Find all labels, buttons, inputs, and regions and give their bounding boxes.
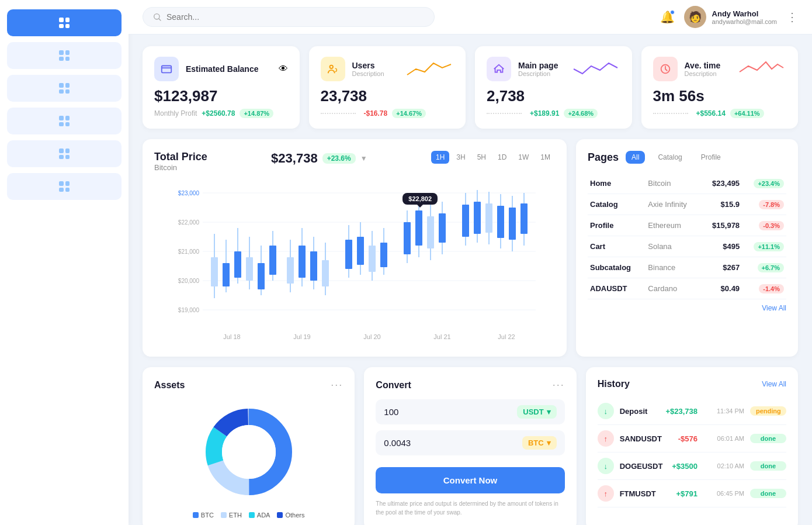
- sidebar: [0, 0, 129, 525]
- search-icon: [152, 12, 162, 22]
- dashboard-icon: [59, 18, 70, 28]
- page-currency: Ethereum: [646, 215, 701, 236]
- convert-input-1[interactable]: [384, 407, 512, 417]
- page-change: -0.3%: [742, 215, 786, 236]
- legend-dot: [277, 512, 283, 518]
- search-box[interactable]: [143, 7, 435, 27]
- header: 🔔 🧑 Andy Warhol andywarhol@mail.com ⋮: [129, 0, 812, 34]
- time-filter-1d[interactable]: 1D: [493, 151, 511, 164]
- convert-input-2[interactable]: [384, 438, 518, 448]
- svg-rect-32: [310, 251, 317, 281]
- page-change: -7.8%: [742, 194, 786, 215]
- page-value: $23,495: [701, 173, 742, 194]
- page-value: $267: [701, 257, 742, 278]
- svg-rect-48: [427, 216, 434, 248]
- page-change: +23.4%: [742, 173, 786, 194]
- ave-time-title: Ave. time: [685, 61, 721, 70]
- grid-icon-2: [59, 50, 70, 61]
- ave-time-change: +$556.14: [696, 109, 726, 118]
- svg-rect-20: [234, 251, 241, 278]
- chart-dropdown-icon[interactable]: ▼: [360, 154, 367, 163]
- history-item-time: 02:10 AM: [703, 462, 744, 469]
- stat-header-main-page: Main page Description: [487, 57, 620, 81]
- convert-currency-2-label: BTC: [528, 438, 544, 447]
- tooltip-arrow: [417, 205, 423, 208]
- time-filter-3h[interactable]: 3H: [452, 151, 470, 164]
- time-filter-1m[interactable]: 1M: [536, 151, 555, 164]
- middle-row: Total Price Bitcoin $23,738 +23.6% ▼ 1H …: [143, 139, 798, 357]
- legend-dot: [193, 512, 199, 518]
- svg-point-73: [222, 425, 276, 479]
- convert-currency-1[interactable]: USDT ▾: [517, 405, 556, 419]
- avatar: 🧑: [684, 6, 706, 28]
- convert-now-button[interactable]: Convert Now: [376, 467, 564, 493]
- ave-time-value: 3m 56s: [653, 87, 787, 105]
- more-options-button[interactable]: ⋮: [786, 10, 798, 24]
- pages-filter-all[interactable]: All: [626, 151, 645, 164]
- pages-filter-catalog[interactable]: Catalog: [652, 151, 688, 164]
- stat-header-users: Users Description: [321, 57, 454, 81]
- table-row: Profile Ethereum $15,978 -0.3%: [588, 215, 786, 236]
- pages-view-all[interactable]: View All: [588, 304, 786, 312]
- assets-title: Assets: [154, 380, 185, 391]
- chart-info: Total Price Bitcoin: [154, 151, 207, 172]
- history-view-all[interactable]: View All: [762, 380, 786, 388]
- user-info[interactable]: 🧑 Andy Warhol andywarhol@mail.com: [684, 6, 777, 28]
- assets-more-button[interactable]: ···: [331, 379, 343, 391]
- page-currency: Bitcoin: [646, 173, 701, 194]
- sidebar-item-5[interactable]: [7, 140, 122, 167]
- convert-currency-1-label: USDT: [523, 407, 543, 416]
- content-area: Estimated Balance 👁 $123,987 Monthly Pro…: [129, 34, 812, 525]
- users-change: -$16.78: [364, 109, 388, 118]
- history-item-status: pending: [750, 406, 786, 416]
- svg-text:Jul 20: Jul 20: [363, 333, 380, 340]
- pages-card: Pages All Catalog Profile Home Bitcoin $…: [576, 139, 798, 357]
- time-filter-1w[interactable]: 1W: [513, 151, 533, 164]
- page-name: Home: [588, 173, 646, 194]
- svg-rect-62: [520, 203, 528, 234]
- svg-rect-24: [258, 263, 265, 289]
- stat-header-estimated: Estimated Balance 👁: [154, 57, 288, 81]
- users-desc: Description: [352, 70, 384, 77]
- chart-price: $23,738: [271, 151, 318, 166]
- svg-rect-28: [287, 257, 294, 284]
- chart-area: $22,802 $23,000 $22,000 $21,000: [154, 181, 555, 345]
- page-value: $15.9: [701, 194, 742, 215]
- estimated-balance-icon: [154, 57, 179, 81]
- pages-filter-profile[interactable]: Profile: [695, 151, 727, 164]
- svg-text:Jul 18: Jul 18: [223, 333, 240, 340]
- svg-rect-58: [497, 206, 504, 238]
- convert-more-button[interactable]: ···: [553, 379, 565, 391]
- users-footer: -$16.78 +14.67%: [321, 109, 454, 118]
- donut-chart: [202, 405, 296, 499]
- history-card: History View All ↓ Deposit +$23,738 11:3…: [586, 367, 798, 525]
- candlestick-chart: $23,000 $22,000 $21,000 $20,000 $19,000: [154, 181, 555, 345]
- convert-header: Convert ···: [376, 379, 564, 391]
- ave-time-icon: [653, 57, 678, 81]
- legend-label: BTC: [201, 512, 214, 519]
- eye-icon[interactable]: 👁: [279, 64, 288, 74]
- convert-card: Convert ··· USDT ▾ BTC ▾: [364, 367, 576, 525]
- estimated-balance-badge: +14.87%: [240, 109, 273, 118]
- sidebar-item-2[interactable]: [7, 42, 122, 69]
- history-rows: ↓ Deposit +$23,738 11:34 PM pending ↑ SA…: [598, 398, 786, 507]
- sidebar-item-4[interactable]: [7, 108, 122, 134]
- time-filter-5h[interactable]: 5H: [473, 151, 491, 164]
- estimated-balance-value: $123,987: [154, 87, 288, 105]
- sidebar-item-3[interactable]: [7, 75, 122, 102]
- history-item-status: done: [750, 434, 786, 443]
- svg-rect-60: [509, 208, 516, 240]
- main-page-change: +$189.91: [530, 109, 559, 118]
- convert-currency-2[interactable]: BTC ▾: [522, 436, 557, 450]
- time-filter-1h[interactable]: 1H: [431, 151, 449, 164]
- table-row: Subcatalog Binance $267 +6.7%: [588, 257, 786, 278]
- pages-table: Home Bitcoin $23,495 +23.4% Catalog Axie…: [588, 173, 786, 299]
- sidebar-item-dashboard[interactable]: [7, 9, 122, 36]
- legend-item: BTC: [193, 512, 214, 519]
- chart-header: Total Price Bitcoin $23,738 +23.6% ▼ 1H …: [154, 151, 555, 172]
- notifications-button[interactable]: 🔔: [660, 10, 675, 24]
- sidebar-item-6[interactable]: [7, 173, 122, 200]
- search-input[interactable]: [166, 12, 425, 22]
- svg-text:$22,000: $22,000: [178, 219, 200, 226]
- pages-header: Pages All Catalog Profile: [588, 151, 786, 164]
